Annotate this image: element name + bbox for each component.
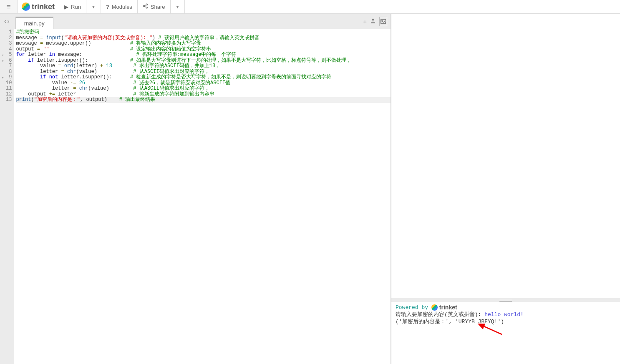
code-editor[interactable]: 12345▾6▾789▾10111213 #凯撒密码message = inpu… xyxy=(0,29,391,364)
code-line[interactable]: output = "" # 设定输出内容的初始值为空字符串 xyxy=(16,47,391,53)
caret-down-icon: ▼ xyxy=(176,5,180,9)
code-line[interactable]: #凯撒密码 xyxy=(16,30,391,35)
line-number: 7 xyxy=(6,63,12,69)
line-number: 9▾ xyxy=(6,75,12,80)
toolbar: ≡ trinket ▶ Run ▼ ? Modules Share ▼ xyxy=(0,0,620,14)
user-input-text: hello world! xyxy=(484,311,524,318)
logo-icon xyxy=(22,3,30,11)
upload-icon xyxy=(370,18,376,24)
svg-point-2 xyxy=(146,7,147,8)
run-button[interactable]: ▶ Run xyxy=(59,0,86,13)
share-button[interactable]: Share xyxy=(138,0,171,13)
line-number: 11 xyxy=(6,86,12,92)
code-line[interactable]: value -= 26 # 减去26，就是新字符应该对应的ASCII值 xyxy=(16,80,391,86)
share-label: Share xyxy=(151,4,165,10)
run-dropdown[interactable]: ▼ xyxy=(86,0,101,13)
tab-label: main.py xyxy=(24,20,45,27)
tab-actions: + xyxy=(360,14,391,29)
line-number: 2 xyxy=(6,35,12,41)
logo-icon xyxy=(431,304,438,311)
line-number: 10 xyxy=(6,80,12,86)
code-line[interactable]: letter = chr(value) # 从ASCII码值求出对应的字符， xyxy=(16,69,391,75)
nav-arrows[interactable]: ‹ › xyxy=(2,14,12,29)
console-brand: trinket xyxy=(439,304,457,311)
upload-button[interactable] xyxy=(370,18,376,25)
main-area: ‹ › main.py + 12345▾6▾789▾10111213 #凯撒密码… xyxy=(0,14,620,364)
console-prompt-line: 请输入要加密的内容(英文或拼音): hello world! xyxy=(396,311,616,318)
editor-panel: ‹ › main.py + 12345▾6▾789▾10111213 #凯撒密码… xyxy=(0,14,391,364)
fold-marker-icon[interactable]: ▾ xyxy=(2,59,4,65)
code-line[interactable]: value = ord(letter) + 13 # 求出字符的ASCII码值，… xyxy=(16,63,391,69)
svg-line-7 xyxy=(482,326,502,334)
code-line[interactable]: for letter in message: # 循环处理字符串:message… xyxy=(16,52,391,58)
code-line[interactable]: message = input("请输入要加密的内容(英文或拼音): ") # … xyxy=(16,35,391,41)
svg-rect-5 xyxy=(381,19,386,23)
modules-label: Modules xyxy=(112,4,132,10)
fold-marker-icon[interactable]: ▾ xyxy=(2,53,4,59)
add-file-button[interactable]: + xyxy=(363,18,367,25)
share-icon xyxy=(143,3,148,10)
line-gutter: 12345▾6▾789▾10111213 xyxy=(0,29,14,364)
code-line[interactable]: print("加密后的内容是：", output) # 输出最终结果 xyxy=(16,97,391,103)
line-number: 4 xyxy=(6,47,12,53)
output-canvas xyxy=(391,14,620,299)
svg-line-4 xyxy=(145,6,146,7)
code-line[interactable]: if letter.isupper(): # 如果是大写字母则进行下一步的处理，… xyxy=(16,58,391,64)
fold-marker-icon[interactable]: ▾ xyxy=(2,75,4,81)
svg-point-0 xyxy=(146,4,147,5)
brand-text: trinket xyxy=(32,3,55,11)
svg-point-1 xyxy=(144,5,145,7)
question-icon: ? xyxy=(106,4,109,10)
powered-by-line: Powered by trinket xyxy=(396,304,616,311)
file-tab[interactable]: main.py xyxy=(15,17,53,29)
brand-logo[interactable]: trinket xyxy=(18,0,59,13)
play-icon: ▶ xyxy=(64,4,68,10)
code-line[interactable]: if not letter.isupper(): # 检查新生成的字符是否大写字… xyxy=(16,75,391,80)
plus-icon: + xyxy=(363,18,367,25)
line-number: 5▾ xyxy=(6,52,12,58)
console-logo: trinket xyxy=(431,304,457,311)
line-number: 6▾ xyxy=(6,58,12,64)
modules-button[interactable]: ? Modules xyxy=(101,0,138,13)
hamburger-icon: ≡ xyxy=(6,3,11,11)
run-label: Run xyxy=(71,4,81,10)
console-resize-handle[interactable] xyxy=(391,299,620,301)
line-number: 12 xyxy=(6,92,12,98)
console-result-line: ('加密后的内容是：', 'URYYB JBEYQ!') xyxy=(396,318,616,325)
prompt-text: 请输入要加密的内容(英文或拼音): xyxy=(396,311,484,318)
line-number: 3 xyxy=(6,41,12,47)
caret-down-icon: ▼ xyxy=(91,5,96,9)
code-line[interactable]: output += letter # 将新生成的字符附加到输出内容串 xyxy=(16,92,391,98)
code-content[interactable]: #凯撒密码message = input("请输入要加密的内容(英文或拼音): … xyxy=(14,29,391,364)
powered-text: Powered by xyxy=(396,304,431,311)
code-line[interactable]: letter = chr(value) # 从ASCII码值求出对应的字符， xyxy=(16,86,391,92)
image-button[interactable] xyxy=(379,17,387,26)
line-number: 13 xyxy=(6,97,12,103)
line-number: 8 xyxy=(6,69,12,75)
code-line[interactable]: message = message.upper() # 将输入的内容转换为大写字… xyxy=(16,41,391,47)
output-panel: Powered by trinket 请输入要加密的内容(英文或拼音): hel… xyxy=(391,14,620,364)
tab-bar: ‹ › main.py + xyxy=(0,14,391,29)
chevron-right-icon: › xyxy=(7,18,9,25)
chevron-left-icon: ‹ xyxy=(4,18,6,25)
line-number: 1 xyxy=(6,30,12,35)
svg-line-3 xyxy=(145,5,146,6)
console-output[interactable]: Powered by trinket 请输入要加密的内容(英文或拼音): hel… xyxy=(391,301,620,364)
share-dropdown[interactable]: ▼ xyxy=(171,0,185,13)
annotation-arrow xyxy=(479,324,504,336)
menu-button[interactable]: ≡ xyxy=(0,0,18,13)
image-icon xyxy=(381,19,386,24)
